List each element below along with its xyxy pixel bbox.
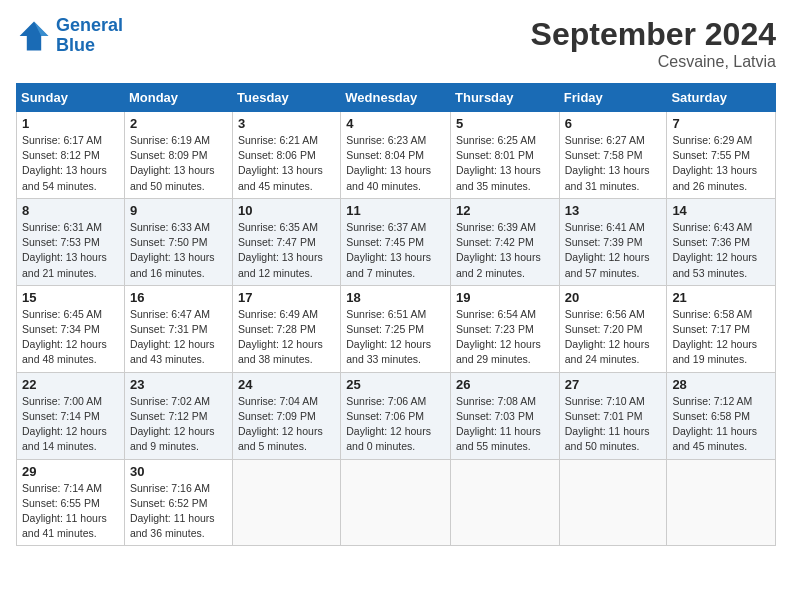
day-number: 22 [22, 377, 119, 392]
day-detail: Sunrise: 6:27 AMSunset: 7:58 PMDaylight:… [565, 133, 662, 194]
calendar-cell: 28 Sunrise: 7:12 AMSunset: 6:58 PMDaylig… [667, 372, 776, 459]
day-number: 15 [22, 290, 119, 305]
day-number: 13 [565, 203, 662, 218]
calendar-cell: 19 Sunrise: 6:54 AMSunset: 7:23 PMDaylig… [451, 285, 560, 372]
calendar-cell: 5 Sunrise: 6:25 AMSunset: 8:01 PMDayligh… [451, 112, 560, 199]
calendar-week-row: 22 Sunrise: 7:00 AMSunset: 7:14 PMDaylig… [17, 372, 776, 459]
calendar-cell: 16 Sunrise: 6:47 AMSunset: 7:31 PMDaylig… [124, 285, 232, 372]
weekday-header: Thursday [451, 84, 560, 112]
day-number: 17 [238, 290, 335, 305]
day-detail: Sunrise: 7:10 AMSunset: 7:01 PMDaylight:… [565, 394, 662, 455]
day-detail: Sunrise: 6:56 AMSunset: 7:20 PMDaylight:… [565, 307, 662, 368]
calendar-cell: 14 Sunrise: 6:43 AMSunset: 7:36 PMDaylig… [667, 198, 776, 285]
day-detail: Sunrise: 6:35 AMSunset: 7:47 PMDaylight:… [238, 220, 335, 281]
day-detail: Sunrise: 6:23 AMSunset: 8:04 PMDaylight:… [346, 133, 445, 194]
weekday-header: Tuesday [233, 84, 341, 112]
day-number: 21 [672, 290, 770, 305]
day-detail: Sunrise: 6:37 AMSunset: 7:45 PMDaylight:… [346, 220, 445, 281]
location: Cesvaine, Latvia [531, 53, 776, 71]
calendar-cell: 29 Sunrise: 7:14 AMSunset: 6:55 PMDaylig… [17, 459, 125, 546]
logo-line2: Blue [56, 35, 95, 55]
day-number: 5 [456, 116, 554, 131]
day-detail: Sunrise: 7:02 AMSunset: 7:12 PMDaylight:… [130, 394, 227, 455]
day-number: 4 [346, 116, 445, 131]
day-number: 23 [130, 377, 227, 392]
day-number: 3 [238, 116, 335, 131]
day-detail: Sunrise: 6:47 AMSunset: 7:31 PMDaylight:… [130, 307, 227, 368]
calendar-week-row: 15 Sunrise: 6:45 AMSunset: 7:34 PMDaylig… [17, 285, 776, 372]
weekday-header: Monday [124, 84, 232, 112]
calendar-cell: 12 Sunrise: 6:39 AMSunset: 7:42 PMDaylig… [451, 198, 560, 285]
calendar-cell [559, 459, 667, 546]
day-detail: Sunrise: 7:16 AMSunset: 6:52 PMDaylight:… [130, 481, 227, 542]
day-detail: Sunrise: 6:39 AMSunset: 7:42 PMDaylight:… [456, 220, 554, 281]
calendar-cell: 21 Sunrise: 6:58 AMSunset: 7:17 PMDaylig… [667, 285, 776, 372]
calendar-week-row: 8 Sunrise: 6:31 AMSunset: 7:53 PMDayligh… [17, 198, 776, 285]
calendar-cell: 3 Sunrise: 6:21 AMSunset: 8:06 PMDayligh… [233, 112, 341, 199]
calendar-cell: 9 Sunrise: 6:33 AMSunset: 7:50 PMDayligh… [124, 198, 232, 285]
calendar-cell: 30 Sunrise: 7:16 AMSunset: 6:52 PMDaylig… [124, 459, 232, 546]
day-number: 29 [22, 464, 119, 479]
day-number: 12 [456, 203, 554, 218]
day-number: 6 [565, 116, 662, 131]
day-detail: Sunrise: 6:51 AMSunset: 7:25 PMDaylight:… [346, 307, 445, 368]
calendar-cell: 18 Sunrise: 6:51 AMSunset: 7:25 PMDaylig… [341, 285, 451, 372]
calendar-week-row: 1 Sunrise: 6:17 AMSunset: 8:12 PMDayligh… [17, 112, 776, 199]
day-number: 11 [346, 203, 445, 218]
day-detail: Sunrise: 6:19 AMSunset: 8:09 PMDaylight:… [130, 133, 227, 194]
day-detail: Sunrise: 6:31 AMSunset: 7:53 PMDaylight:… [22, 220, 119, 281]
calendar-cell: 2 Sunrise: 6:19 AMSunset: 8:09 PMDayligh… [124, 112, 232, 199]
title-block: September 2024 Cesvaine, Latvia [531, 16, 776, 71]
day-number: 16 [130, 290, 227, 305]
calendar-cell: 24 Sunrise: 7:04 AMSunset: 7:09 PMDaylig… [233, 372, 341, 459]
day-number: 26 [456, 377, 554, 392]
day-number: 14 [672, 203, 770, 218]
day-detail: Sunrise: 6:49 AMSunset: 7:28 PMDaylight:… [238, 307, 335, 368]
month-title: September 2024 [531, 16, 776, 53]
calendar-cell: 23 Sunrise: 7:02 AMSunset: 7:12 PMDaylig… [124, 372, 232, 459]
logo-icon [16, 18, 52, 54]
calendar-cell: 10 Sunrise: 6:35 AMSunset: 7:47 PMDaylig… [233, 198, 341, 285]
calendar-cell: 25 Sunrise: 7:06 AMSunset: 7:06 PMDaylig… [341, 372, 451, 459]
day-detail: Sunrise: 6:33 AMSunset: 7:50 PMDaylight:… [130, 220, 227, 281]
day-number: 8 [22, 203, 119, 218]
calendar-cell: 20 Sunrise: 6:56 AMSunset: 7:20 PMDaylig… [559, 285, 667, 372]
weekday-header: Friday [559, 84, 667, 112]
calendar-cell: 8 Sunrise: 6:31 AMSunset: 7:53 PMDayligh… [17, 198, 125, 285]
calendar-week-row: 29 Sunrise: 7:14 AMSunset: 6:55 PMDaylig… [17, 459, 776, 546]
day-number: 30 [130, 464, 227, 479]
day-detail: Sunrise: 6:25 AMSunset: 8:01 PMDaylight:… [456, 133, 554, 194]
day-number: 24 [238, 377, 335, 392]
day-number: 18 [346, 290, 445, 305]
calendar-cell: 13 Sunrise: 6:41 AMSunset: 7:39 PMDaylig… [559, 198, 667, 285]
day-detail: Sunrise: 7:14 AMSunset: 6:55 PMDaylight:… [22, 481, 119, 542]
day-number: 25 [346, 377, 445, 392]
calendar-cell: 26 Sunrise: 7:08 AMSunset: 7:03 PMDaylig… [451, 372, 560, 459]
day-number: 19 [456, 290, 554, 305]
logo-line1: General [56, 15, 123, 35]
weekday-header: Wednesday [341, 84, 451, 112]
day-number: 7 [672, 116, 770, 131]
calendar-cell [451, 459, 560, 546]
day-detail: Sunrise: 7:06 AMSunset: 7:06 PMDaylight:… [346, 394, 445, 455]
logo: General Blue [16, 16, 123, 56]
calendar-table: SundayMondayTuesdayWednesdayThursdayFrid… [16, 83, 776, 546]
day-detail: Sunrise: 6:29 AMSunset: 7:55 PMDaylight:… [672, 133, 770, 194]
calendar-cell: 7 Sunrise: 6:29 AMSunset: 7:55 PMDayligh… [667, 112, 776, 199]
day-number: 20 [565, 290, 662, 305]
day-detail: Sunrise: 6:21 AMSunset: 8:06 PMDaylight:… [238, 133, 335, 194]
day-number: 2 [130, 116, 227, 131]
calendar-cell: 27 Sunrise: 7:10 AMSunset: 7:01 PMDaylig… [559, 372, 667, 459]
calendar-cell: 17 Sunrise: 6:49 AMSunset: 7:28 PMDaylig… [233, 285, 341, 372]
weekday-header: Sunday [17, 84, 125, 112]
day-number: 1 [22, 116, 119, 131]
calendar-cell [233, 459, 341, 546]
day-detail: Sunrise: 6:54 AMSunset: 7:23 PMDaylight:… [456, 307, 554, 368]
calendar-cell: 1 Sunrise: 6:17 AMSunset: 8:12 PMDayligh… [17, 112, 125, 199]
day-detail: Sunrise: 7:00 AMSunset: 7:14 PMDaylight:… [22, 394, 119, 455]
calendar-cell: 4 Sunrise: 6:23 AMSunset: 8:04 PMDayligh… [341, 112, 451, 199]
calendar-header: SundayMondayTuesdayWednesdayThursdayFrid… [17, 84, 776, 112]
day-detail: Sunrise: 7:12 AMSunset: 6:58 PMDaylight:… [672, 394, 770, 455]
calendar-cell: 15 Sunrise: 6:45 AMSunset: 7:34 PMDaylig… [17, 285, 125, 372]
day-detail: Sunrise: 7:08 AMSunset: 7:03 PMDaylight:… [456, 394, 554, 455]
